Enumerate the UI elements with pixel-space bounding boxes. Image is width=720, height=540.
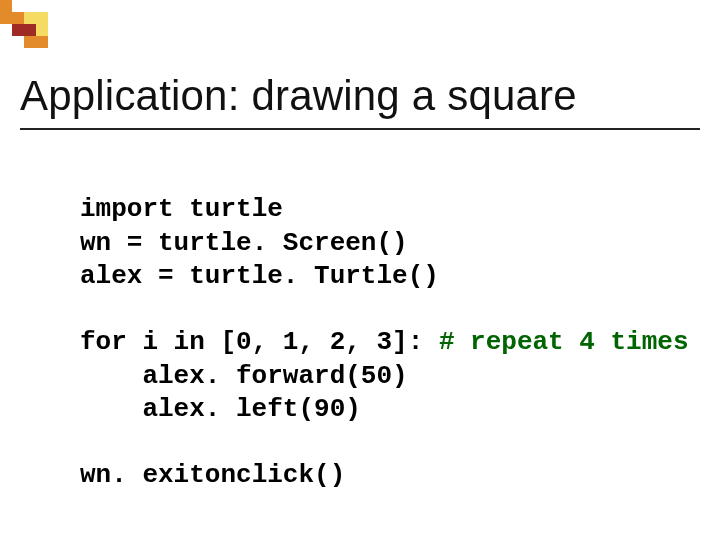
code-line: wn = turtle. Screen() <box>80 228 408 258</box>
code-block: import turtle wn = turtle. Screen() alex… <box>80 160 689 526</box>
title-underline <box>20 128 700 130</box>
code-line: wn. exitonclick() <box>80 460 345 490</box>
code-line: alex. left(90) <box>80 394 361 424</box>
code-line: import turtle <box>80 194 283 224</box>
code-comment: # repeat 4 times <box>439 327 689 357</box>
code-line: alex. forward(50) <box>80 361 408 391</box>
corner-decoration <box>0 0 60 60</box>
code-line: for i in [0, 1, 2, 3]: # repeat 4 times <box>80 327 689 357</box>
slide-title: Application: drawing a square <box>20 72 577 120</box>
code-line: alex = turtle. Turtle() <box>80 261 439 291</box>
